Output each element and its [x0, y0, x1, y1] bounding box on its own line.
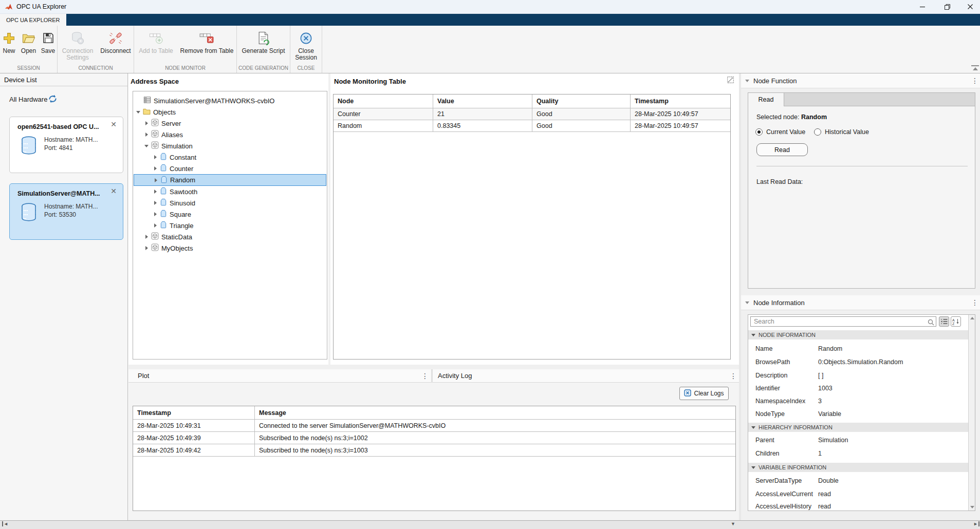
node-function-menu-icon[interactable]: ⋮: [971, 78, 978, 83]
new-button[interactable]: New: [1, 28, 18, 54]
collapse-down-icon[interactable]: ▼: [731, 521, 735, 526]
expand-expander-icon[interactable]: [144, 246, 149, 250]
scroll-top-icon[interactable]: [971, 65, 979, 72]
tree-item-random[interactable]: Random: [134, 174, 326, 186]
open-button[interactable]: Open: [19, 28, 39, 54]
collapse-panel-icon[interactable]: [745, 301, 749, 304]
tab-read[interactable]: Read: [748, 93, 784, 106]
tree-item-staticdata[interactable]: StaticData: [134, 231, 326, 242]
activity-log-menu-icon[interactable]: ⋮: [730, 373, 737, 379]
prop-value: Simulation: [818, 437, 848, 444]
group-by-category-button[interactable]: [939, 316, 949, 327]
collapse-section-icon: [751, 426, 755, 429]
radio-historical-value[interactable]: Historical Value: [814, 128, 869, 136]
table-row-counter[interactable]: Counter 21 Good 28-Mar-2025 10:49:57: [334, 108, 730, 120]
scrollbar[interactable]: [968, 315, 975, 511]
device-close-icon[interactable]: ✕: [110, 120, 117, 128]
tree-item-server-root[interactable]: SimulationServer@MATHWORKS-cvbIO: [134, 95, 326, 106]
tab-opc-ua-explorer[interactable]: OPC UA EXPLORER: [0, 14, 66, 26]
section-variable-information[interactable]: VARIABLE INFORMATION: [748, 463, 968, 472]
save-icon: [42, 28, 54, 48]
tree-item-sawtooth[interactable]: Sawtooth: [134, 186, 326, 197]
node-function-header[interactable]: Node Function ⋮: [741, 73, 980, 88]
close-session-button[interactable]: Close Session: [292, 28, 321, 61]
column-header-timestamp[interactable]: Timestamp: [133, 406, 255, 420]
expand-expander-icon[interactable]: [153, 190, 157, 194]
add-to-table-button[interactable]: Add to Table: [135, 28, 177, 54]
tree-item-sinusoid[interactable]: Sinusoid: [134, 197, 326, 209]
scroll-down-icon[interactable]: [970, 506, 974, 508]
opc-ua-explorer-window: OPC UA Explorer OPC UA EXPLORER New: [0, 0, 980, 529]
expand-expander-icon[interactable]: [154, 178, 158, 182]
title-bar: OPC UA Explorer: [0, 0, 980, 14]
restore-button[interactable]: [936, 0, 958, 13]
expand-expander-icon[interactable]: [153, 155, 157, 159]
section-hierarchy-information[interactable]: HIERARCHY INFORMATION: [748, 423, 968, 432]
tree-item-square[interactable]: Square: [134, 209, 326, 220]
close-button[interactable]: [959, 0, 980, 13]
scroll-up-icon[interactable]: [970, 317, 974, 319]
device-port: Port: 53530: [44, 211, 98, 219]
plot-menu-icon[interactable]: ⋮: [421, 373, 429, 379]
node-information-header[interactable]: Node Information ⋮: [741, 295, 980, 310]
tree-item-server[interactable]: Server: [134, 118, 326, 129]
expand-expander-icon[interactable]: [153, 166, 157, 171]
collapse-expander-icon[interactable]: [136, 111, 140, 114]
tree-item-counter[interactable]: Counter: [134, 163, 326, 174]
device-list-title: Device List: [4, 76, 37, 84]
collapse-right-icon[interactable]: ►: [973, 521, 979, 526]
node-information-menu-icon[interactable]: ⋮: [971, 300, 978, 305]
expand-expander-icon[interactable]: [153, 223, 157, 228]
log-header-row: Timestamp Message: [133, 406, 735, 420]
generate-script-button[interactable]: Generate Script: [238, 28, 289, 54]
device-close-icon[interactable]: ✕: [110, 187, 117, 195]
log-row[interactable]: 28-Mar-2025 10:49:31 Connected to the se…: [133, 420, 735, 432]
minimize-button[interactable]: [911, 0, 934, 13]
log-row[interactable]: 28-Mar-2025 10:49:42 Subscribed to the n…: [133, 444, 735, 457]
expand-expander-icon[interactable]: [144, 235, 149, 239]
remove-from-table-icon: [199, 28, 215, 48]
plot-panel-header[interactable]: Plot ⋮: [128, 369, 431, 383]
search-input[interactable]: [750, 316, 936, 327]
expand-expander-icon[interactable]: [153, 201, 157, 205]
expand-expander-icon[interactable]: [153, 212, 157, 216]
refresh-icon[interactable]: [48, 95, 58, 105]
column-header-timestamp[interactable]: Timestamp: [631, 95, 730, 108]
save-button[interactable]: Save: [40, 28, 57, 54]
prop-value: Variable: [818, 410, 841, 418]
clear-logs-button[interactable]: Clear Logs: [679, 387, 729, 400]
column-header-message[interactable]: Message: [255, 406, 735, 420]
tree-item-triangle[interactable]: Triangle: [134, 220, 326, 231]
tree-item-constant[interactable]: Constant: [134, 152, 326, 163]
log-row[interactable]: 28-Mar-2025 10:49:39 Subscribed to the n…: [133, 432, 735, 444]
expand-expander-icon[interactable]: [144, 133, 149, 137]
collapse-left-icon[interactable]: ◄: [2, 521, 8, 526]
expand-panel-icon[interactable]: [727, 76, 734, 86]
tree-item-myobjects[interactable]: MyObjects: [134, 242, 326, 254]
radio-current-value[interactable]: Current Value: [755, 128, 805, 136]
column-header-quality[interactable]: Quality: [532, 95, 631, 108]
device-card-simulationserver[interactable]: SimulationServer@MATH... ✕ Hostname: MAT…: [9, 183, 123, 240]
ribbon-tabstrip: OPC UA EXPLORER: [0, 14, 980, 26]
column-header-node[interactable]: Node: [334, 95, 433, 108]
read-button[interactable]: Read: [756, 143, 808, 156]
status-bar: ◄ ▼ ►: [0, 520, 980, 529]
tree-item-objects[interactable]: Objects: [134, 106, 326, 118]
collapse-panel-icon[interactable]: [745, 80, 749, 82]
column-header-value[interactable]: Value: [433, 95, 532, 108]
node-function-title: Node Function: [753, 77, 797, 85]
device-card-open62541[interactable]: open62541-based OPC U... ✕ Hostname: MAT…: [9, 117, 123, 173]
collapse-expander-icon[interactable]: [144, 145, 149, 147]
activity-log-panel-header[interactable]: Activity Log ⋮: [433, 369, 739, 383]
section-node-information[interactable]: NODE INFORMATION: [748, 330, 968, 339]
tree-item-aliases[interactable]: Aliases: [134, 129, 326, 140]
disconnect-button[interactable]: Disconnect: [98, 28, 133, 54]
table-row-random[interactable]: Random 0.83345 Good 28-Mar-2025 10:49:57: [334, 120, 730, 132]
prop-label: Name: [755, 345, 772, 352]
tag-icon: [160, 153, 167, 162]
sort-az-button[interactable]: AZ: [951, 316, 961, 327]
expand-expander-icon[interactable]: [144, 121, 149, 125]
connection-settings-button[interactable]: Connection Settings: [58, 28, 97, 61]
tree-item-simulation[interactable]: Simulation: [134, 140, 326, 152]
remove-from-table-button[interactable]: Remove from Table: [178, 28, 236, 54]
